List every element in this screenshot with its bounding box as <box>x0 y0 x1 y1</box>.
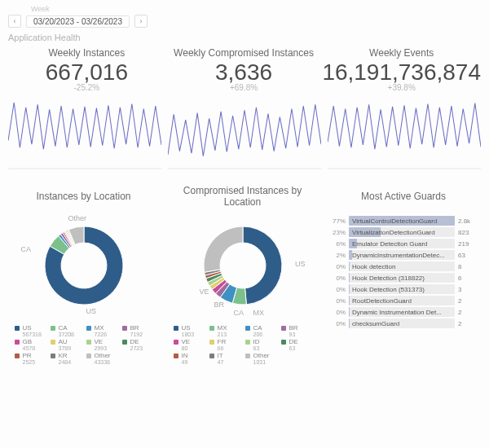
guard-row[interactable]: 0%Hook Detection (318822)6 <box>326 273 481 283</box>
guard-row[interactable]: 23%VirtualizationDetectionGuard823 <box>326 227 481 237</box>
legend-item[interactable]: CA206 <box>245 325 276 337</box>
legend-value: 1031 <box>253 359 270 365</box>
legend-value: 93 <box>289 332 298 337</box>
kpi-delta: +39.8% <box>322 83 481 92</box>
legend-label: FR <box>218 338 227 345</box>
guard-row[interactable]: 2%DynamicInstrumentationDetec...63 <box>326 250 481 260</box>
legend-item[interactable]: VE2993 <box>86 339 117 351</box>
legend-item[interactable]: US1803 <box>174 325 205 337</box>
guard-bar: VirtualizationDetectionGuard <box>349 227 455 237</box>
legend-swatch-icon <box>86 354 91 358</box>
guard-count: 8 <box>458 263 481 270</box>
donut-chart: US MX CA BR VE <box>182 213 304 318</box>
guard-row[interactable]: 0%Hook Detection (531373)3 <box>326 284 481 294</box>
legend-item[interactable]: CA37208 <box>51 325 82 337</box>
legend-swatch-icon <box>86 326 91 331</box>
legend-item[interactable]: Other1031 <box>245 353 276 365</box>
legend-value: 49 <box>182 359 188 365</box>
donut-annotation: BR <box>214 301 225 309</box>
legend-swatch-icon <box>15 340 20 345</box>
guard-count: 2 <box>458 297 481 305</box>
legend-value: 37208 <box>59 332 74 337</box>
guard-row[interactable]: 6%Emulator Detection Guard219 <box>326 239 481 248</box>
guard-row[interactable]: 0%checksumGuard2 <box>326 318 481 328</box>
legend-swatch-icon <box>122 326 127 331</box>
legend-item[interactable]: FR66 <box>209 339 240 351</box>
kpi-value: 16,191,736,874 <box>322 60 481 84</box>
legend-label: US <box>23 324 32 332</box>
legend-item[interactable]: IN49 <box>174 353 205 365</box>
guard-name: Emulator Detection Guard <box>352 240 428 248</box>
legend-item[interactable]: Other43338 <box>86 353 117 365</box>
guard-count: 823 <box>458 229 481 236</box>
prev-week-button[interactable]: ‹ <box>8 15 21 28</box>
guard-bar: Hook Detection (531373) <box>349 284 455 294</box>
legend-swatch-icon <box>245 340 250 345</box>
legend-label: VE <box>182 338 191 345</box>
sparkline-instances <box>8 97 161 170</box>
legend-swatch-icon <box>51 340 55 345</box>
legend-item[interactable]: US567318 <box>15 325 46 337</box>
guard-name: Hook Detection (318822) <box>352 275 425 282</box>
legend-swatch-icon <box>209 354 214 358</box>
legend-item[interactable]: KR2484 <box>51 353 82 365</box>
legend-swatch-icon <box>51 354 55 358</box>
legend-item[interactable]: PR2525 <box>15 353 46 365</box>
guard-bar: VirtualControlDetectionGuard <box>349 216 455 226</box>
guard-row[interactable]: 0%Hook detection8 <box>326 261 481 271</box>
legend-label: GB <box>23 338 33 345</box>
legend-value: 43338 <box>95 359 111 365</box>
legend-value: 47 <box>218 359 224 365</box>
guard-count: 3 <box>458 286 481 293</box>
guard-row[interactable]: 0%RootDetectionGuard2 <box>326 296 481 305</box>
guard-count: 6 <box>458 275 481 282</box>
donut-annotation: US <box>295 260 306 268</box>
legend-item[interactable]: VE80 <box>174 339 205 351</box>
guard-percent: 0% <box>326 320 346 327</box>
dashboard-root: Week ‹ 03/20/2023 - 03/26/2023 › Applica… <box>0 0 489 376</box>
guard-name: RootDetectionGuard <box>352 297 412 305</box>
legend-swatch-icon <box>281 326 286 331</box>
guard-percent: 0% <box>326 275 346 282</box>
legend-item[interactable]: ID63 <box>245 339 276 351</box>
legend-item[interactable]: MX213 <box>209 325 240 337</box>
guard-name: Hook Detection (531373) <box>352 286 425 293</box>
legend-item[interactable]: BR93 <box>281 325 312 337</box>
kpi-title: Weekly Compromised Instances <box>165 47 323 59</box>
legend-item[interactable]: GB4578 <box>15 339 46 351</box>
legend-label: DE <box>289 338 298 345</box>
legend-swatch-icon <box>245 326 250 331</box>
guard-row[interactable]: 0%Dynamic Instrumentation Det...2 <box>326 307 481 317</box>
guard-name: VirtualControlDetectionGuard <box>352 217 437 225</box>
chevron-left-icon: ‹ <box>14 17 16 25</box>
sparkline-events <box>328 97 481 170</box>
legend-label: CA <box>59 324 68 332</box>
donut-annotation: VE <box>200 288 209 296</box>
guard-count: 2.8k <box>458 217 481 225</box>
panel-most-active-guards: Most Active Guards 77%VirtualControlDete… <box>326 185 481 365</box>
kpi-title: Weekly Instances <box>8 47 165 59</box>
legend-value: 2723 <box>130 345 143 351</box>
date-range-display[interactable]: 03/20/2023 - 03/26/2023 <box>26 15 130 28</box>
kpi-title: Weekly Events <box>322 47 481 59</box>
legend-value: 2525 <box>23 359 36 365</box>
donut-annotation: CA <box>21 245 32 253</box>
next-week-button[interactable]: › <box>134 15 148 28</box>
legend-item[interactable]: BR7192 <box>122 325 153 337</box>
legend-item[interactable]: DE2723 <box>122 339 153 351</box>
legend-value: 63 <box>253 345 260 351</box>
guard-row[interactable]: 77%VirtualControlDetectionGuard2.8k <box>326 216 481 226</box>
kpi-value: 3,636 <box>165 60 323 84</box>
panel-title: Instances by Location <box>36 185 130 208</box>
sparkline-compromised <box>168 97 321 170</box>
legend-item[interactable]: IT47 <box>209 353 240 365</box>
sparkline-row <box>8 97 481 170</box>
legend-label: ID <box>253 338 260 345</box>
legend-item[interactable]: MX7226 <box>86 325 117 337</box>
legend-item[interactable]: AU3789 <box>51 339 82 351</box>
legend-value: 1803 <box>182 332 195 337</box>
legend-label: MX <box>95 324 104 332</box>
legend-label: MX <box>218 324 227 332</box>
legend-label: BR <box>289 324 298 332</box>
legend-item[interactable]: DE63 <box>281 339 312 351</box>
